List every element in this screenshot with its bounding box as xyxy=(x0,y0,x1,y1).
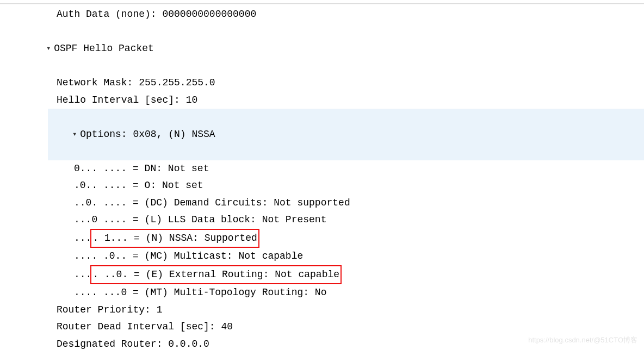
tree-label-options: Options: 0x08, (N) NSSA xyxy=(80,129,215,140)
tree-options[interactable]: ▾Options: 0x08, (N) NSSA xyxy=(48,109,644,160)
chevron-down-icon[interactable]: ▾ xyxy=(45,42,52,55)
toolbar-divider xyxy=(0,0,644,4)
highlight-nssa-supported: . 1... = (N) NSSA: Supported xyxy=(90,229,259,248)
field-hello-interval[interactable]: Hello Interval [sec]: 10 xyxy=(57,92,644,109)
field-option-dc[interactable]: ..0. .... = (DC) Demand Circuits: Not su… xyxy=(74,195,644,212)
field-option-dn[interactable]: 0... .... = DN: Not set xyxy=(74,160,644,178)
field-option-o[interactable]: .0.. .... = O: Not set xyxy=(74,177,644,195)
option-nssa-prefix: ... xyxy=(74,233,91,243)
field-network-mask[interactable]: Network Mask: 255.255.255.0 xyxy=(57,74,644,92)
field-router-priority[interactable]: Router Priority: 1 xyxy=(57,302,644,319)
field-auth-data[interactable]: Auth Data (none): 0000000000000000 xyxy=(57,6,644,23)
tree-label-hello: OSPF Hello Packet xyxy=(54,43,154,54)
option-e-prefix: ... xyxy=(74,269,91,280)
field-option-lls[interactable]: ...0 .... = (L) LLS Data block: Not Pres… xyxy=(74,211,644,229)
field-designated-router[interactable]: Designated Router: 0.0.0.0 xyxy=(57,336,644,351)
field-option-mt[interactable]: .... ...0 = (MT) Multi-Topology Routing:… xyxy=(74,284,644,302)
option-nssa-text: . 1... = (N) NSSA: Supported xyxy=(92,233,257,243)
field-option-external[interactable]: .... ..0. = (E) External Routing: Not ca… xyxy=(74,265,644,285)
field-option-nssa[interactable]: .... 1... = (N) NSSA: Supported xyxy=(74,229,644,248)
tree-ospf-hello-packet[interactable]: ▾OSPF Hello Packet xyxy=(22,23,644,75)
highlight-external-not-capable: . ..0. = (E) External Routing: Not capab… xyxy=(90,265,342,285)
field-router-dead-interval[interactable]: Router Dead Interval [sec]: 40 xyxy=(57,318,644,336)
field-option-mc[interactable]: .... .0.. = (MC) Multicast: Not capable xyxy=(74,248,644,265)
option-e-text: . ..0. = (E) External Routing: Not capab… xyxy=(92,269,339,280)
chevron-down-icon[interactable]: ▾ xyxy=(71,128,78,141)
packet-details-pane: Auth Data (none): 0000000000000000 ▾OSPF… xyxy=(0,4,644,350)
